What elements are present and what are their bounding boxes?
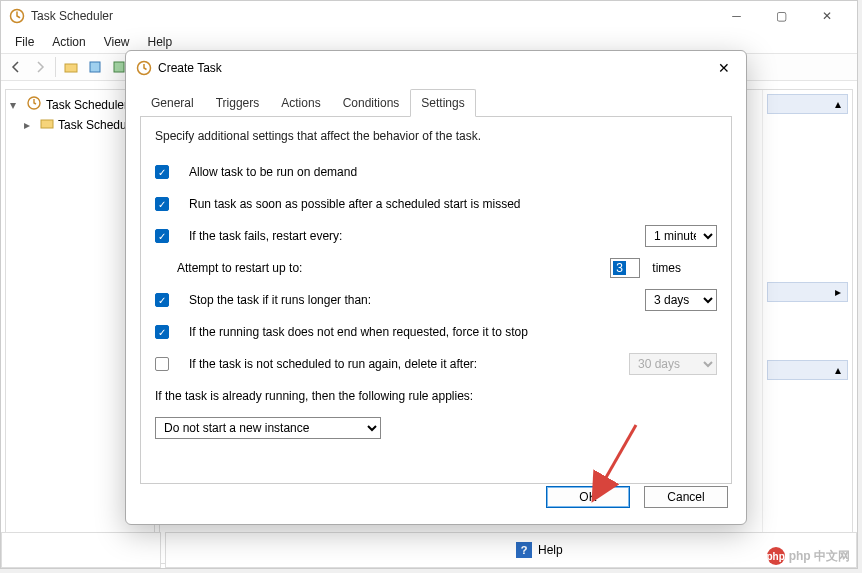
label-force-stop: If the running task does not end when re… [189,325,717,339]
watermark-text: php 中文网 [789,548,850,565]
help-label[interactable]: Help [538,543,563,557]
nav-back-button[interactable] [5,56,27,78]
nav-forward-button[interactable] [29,56,51,78]
label-running-rule: If the task is already running, then the… [155,389,717,403]
label-attempt-restart: Attempt to restart up to: [155,261,598,275]
attempt-count-spinner[interactable]: 3 [610,258,640,278]
ok-button[interactable]: OK [546,486,630,508]
label-allow-on-demand: Allow task to be run on demand [189,165,717,179]
menu-action[interactable]: Action [44,33,93,51]
dialog-title: Create Task [158,61,222,75]
actions-pane-header-2[interactable]: ▴ [767,360,848,380]
row-allow-on-demand: ✓ Allow task to be run on demand [155,161,717,183]
svg-rect-3 [114,62,124,72]
checkbox-stop-longer[interactable]: ✓ [155,293,169,307]
chevron-right-icon[interactable]: ▸ [24,118,36,132]
label-run-missed: Run task as soon as possible after a sch… [189,197,717,211]
app-clock-icon [136,60,152,76]
attempt-suffix: times [652,261,681,275]
app-clock-icon [26,95,42,114]
checkbox-delete-after[interactable] [155,357,169,371]
svg-rect-5 [41,120,53,128]
checkbox-run-missed[interactable]: ✓ [155,197,169,211]
chevron-down-icon[interactable]: ▾ [10,98,22,112]
window-controls: ─ ▢ ✕ [714,1,849,31]
toolbar-folder-icon[interactable] [60,56,82,78]
label-delete-after: If the task is not scheduled to run agai… [189,357,617,371]
row-rule-combo: Do not start a new instance [155,417,717,439]
bottom-status-pane: ? Help [165,532,857,568]
row-delete-after: If the task is not scheduled to run agai… [155,353,717,375]
menu-view[interactable]: View [96,33,138,51]
row-force-stop: ✓ If the running task does not end when … [155,321,717,343]
tab-general[interactable]: General [140,89,205,117]
close-button[interactable]: ✕ [804,1,849,31]
tab-conditions[interactable]: Conditions [332,89,411,117]
row-restart-every: ✓ If the task fails, restart every: 1 mi… [155,225,717,247]
toolbar-separator [55,57,56,77]
watermark-icon: php [767,547,785,565]
dialog-tabs: General Triggers Actions Conditions Sett… [126,89,746,117]
running-rule-select[interactable]: Do not start a new instance [155,417,381,439]
svg-rect-2 [90,62,100,72]
minimize-button[interactable]: ─ [714,1,759,31]
label-stop-longer: Stop the task if it runs longer than: [189,293,633,307]
watermark: php php 中文网 [767,547,850,565]
tab-triggers[interactable]: Triggers [205,89,271,117]
tab-settings[interactable]: Settings [410,89,475,117]
chevron-right-icon: ▸ [835,285,841,299]
checkbox-allow-on-demand[interactable]: ✓ [155,165,169,179]
restart-interval-select[interactable]: 1 minute [645,225,717,247]
app-clock-icon [9,8,25,24]
dialog-buttons: OK Cancel [546,486,728,508]
checkbox-restart-every[interactable]: ✓ [155,229,169,243]
dialog-close-button[interactable]: ✕ [712,56,736,80]
row-running-rule: If the task is already running, then the… [155,385,717,407]
svg-rect-1 [65,64,77,72]
attempt-count-value: 3 [613,261,626,275]
checkbox-force-stop[interactable]: ✓ [155,325,169,339]
actions-pane-expand[interactable]: ▸ [767,282,848,302]
main-title: Task Scheduler [31,9,113,23]
collapse-up-icon[interactable]: ▴ [835,97,841,111]
dialog-titlebar: Create Task ✕ [126,51,746,85]
bottom-left-pane [1,532,161,568]
toolbar-properties-icon[interactable] [84,56,106,78]
actions-pane: ▴ ▸ ▴ [762,90,852,563]
main-titlebar: Task Scheduler ─ ▢ ✕ [1,1,857,31]
label-restart-every: If the task fails, restart every: [189,229,633,243]
actions-pane-header[interactable]: ▴ [767,94,848,114]
tab-actions[interactable]: Actions [270,89,331,117]
menu-file[interactable]: File [7,33,42,51]
settings-panel: Specify additional settings that affect … [140,116,732,484]
create-task-dialog: Create Task ✕ General Triggers Actions C… [125,50,747,525]
delete-after-select: 30 days [629,353,717,375]
collapse-up-icon[interactable]: ▴ [835,363,841,377]
menu-help[interactable]: Help [140,33,181,51]
stop-after-select[interactable]: 3 days [645,289,717,311]
cancel-button[interactable]: Cancel [644,486,728,508]
row-stop-longer: ✓ Stop the task if it runs longer than: … [155,289,717,311]
settings-description: Specify additional settings that affect … [155,129,717,143]
maximize-button[interactable]: ▢ [759,1,804,31]
row-attempt-restart: Attempt to restart up to: 3 times [155,257,717,279]
help-icon: ? [516,542,532,558]
bottom-pane: ? Help [1,532,857,568]
folder-icon [40,116,54,133]
row-run-missed: ✓ Run task as soon as possible after a s… [155,193,717,215]
